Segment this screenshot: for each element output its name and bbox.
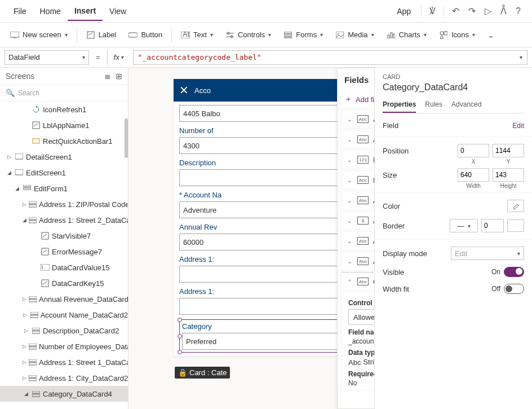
- icons-dropdown[interactable]: Icons▾: [433, 27, 481, 43]
- field-input[interactable]: Adventure: [179, 201, 348, 218]
- tree-list-icon[interactable]: ≣: [104, 72, 111, 81]
- label-button[interactable]: Label: [81, 27, 122, 43]
- formula-expand-icon[interactable]: ▾: [520, 54, 522, 60]
- tree-search[interactable]: 🔍 Search: [0, 85, 128, 102]
- selection-tag[interactable]: 🔒Card : Cate: [175, 367, 230, 379]
- tab-advanced[interactable]: Advanced: [451, 97, 481, 113]
- tab-rules[interactable]: Rules: [425, 97, 442, 113]
- tree-iconrefresh[interactable]: IconRefresh1: [0, 102, 128, 117]
- field-item-category[interactable]: ⌃AbcCategory⋯: [341, 272, 374, 291]
- menu-file[interactable]: File: [7, 2, 33, 20]
- color-label: Color: [383, 202, 400, 210]
- field-item-street1[interactable]: ⌄AbcAddress 1: Street 1: [341, 130, 374, 149]
- svg-rect-18: [393, 34, 395, 38]
- menu-view[interactable]: View: [103, 2, 133, 20]
- field-input[interactable]: 4300: [179, 137, 348, 154]
- refresh-icon: [32, 105, 41, 114]
- add-field-button[interactable]: ＋Add field⋯: [338, 91, 374, 108]
- forms-dropdown[interactable]: Forms▾: [278, 27, 329, 43]
- field-item-annrev[interactable]: ⌄$Annual Revenue: [341, 211, 374, 230]
- tree-rectquick[interactable]: RectQuickActionBar1: [0, 133, 128, 149]
- fieldname-value: _accountcategorycode_label: [348, 337, 374, 345]
- svg-rect-46: [29, 344, 37, 346]
- field-item-street2[interactable]: ⌄AbcAddress 1: Street 2: [341, 231, 374, 250]
- close-icon[interactable]: ✕: [179, 83, 189, 97]
- undo-icon[interactable]: ↶: [447, 6, 464, 16]
- field-item-zip[interactable]: ⌄AbcAddress 1: ZIP/Postal Code: [341, 252, 374, 271]
- tab-properties[interactable]: Properties: [383, 97, 416, 113]
- tree-dckey[interactable]: DataCardKey15: [0, 275, 128, 291]
- edit-field-link[interactable]: Edit: [512, 122, 524, 130]
- tree-grid-icon[interactable]: ⊞: [116, 72, 122, 81]
- tree-city[interactable]: ▷Address 1: City_DataCard2: [0, 370, 128, 386]
- datacard-icon: [29, 216, 37, 225]
- selected-datacard[interactable]: Category Preferred: [179, 319, 348, 353]
- tree-starvisible[interactable]: StarVisible7: [0, 228, 128, 244]
- controls-dropdown[interactable]: Controls▾: [220, 27, 277, 43]
- stethoscope-icon[interactable]: ℣: [425, 6, 440, 16]
- tree-street2[interactable]: ◢Address 1: Street 2_DataCar: [0, 212, 128, 228]
- field-input[interactable]: 60000: [179, 234, 348, 250]
- svg-rect-40: [29, 296, 37, 298]
- size-h-input[interactable]: [493, 168, 524, 182]
- canvas-phone[interactable]: ✕ Acco 4405 Balbo Number of4300 Descript…: [174, 79, 354, 356]
- tree-lblappname[interactable]: LblAppName1: [0, 117, 128, 133]
- size-w-input[interactable]: [458, 168, 489, 182]
- toolbar-overflow[interactable]: ⌄: [482, 27, 500, 43]
- tree-editform[interactable]: ◢EditForm1: [0, 181, 128, 196]
- new-screen-button[interactable]: New screen▾: [5, 27, 73, 43]
- tree-street1[interactable]: ▷Address 1: Street 1_DataCar: [0, 354, 128, 370]
- menu-insert[interactable]: Insert: [68, 2, 103, 21]
- field-input[interactable]: [179, 169, 348, 186]
- help-icon[interactable]: ?: [511, 6, 525, 16]
- svg-rect-0: [10, 32, 19, 37]
- tree-acctname[interactable]: ▷Account Name_DataCard2: [0, 307, 128, 323]
- tree-desc[interactable]: ▷Description_DataCard2: [0, 323, 128, 338]
- tree-detailscreen[interactable]: ▷DetailScreen1: [0, 149, 128, 165]
- border-style-dropdown[interactable]: —▾: [450, 219, 478, 232]
- text-dropdown[interactable]: Abc Text▾: [175, 27, 219, 43]
- menu-app[interactable]: App: [390, 2, 418, 20]
- control-type-dropdown[interactable]: Allowed Values⌄: [348, 309, 374, 325]
- plus-icon: ＋: [344, 94, 352, 104]
- tree-numemp[interactable]: ▷Number of Employees_Data: [0, 338, 128, 354]
- property-dropdown[interactable]: DataField▾: [5, 50, 89, 65]
- tree-zip[interactable]: ▷Address 1: ZIP/Postal Code_: [0, 196, 128, 212]
- redo-icon[interactable]: ↷: [464, 6, 480, 16]
- widthfit-toggle[interactable]: [504, 284, 524, 294]
- tree-scrollbar[interactable]: [125, 118, 128, 158]
- color-picker[interactable]: [507, 200, 524, 212]
- svg-rect-2: [87, 32, 94, 38]
- field-input[interactable]: [179, 266, 348, 283]
- border-width-input[interactable]: [481, 219, 504, 232]
- menu-home[interactable]: Home: [33, 2, 68, 20]
- svg-rect-26: [23, 185, 31, 187]
- visible-toggle[interactable]: [504, 267, 524, 277]
- share-icon[interactable]: ᐰ: [496, 6, 511, 16]
- field-item-city[interactable]: ⌄AbcAddress 1: City: [341, 109, 374, 129]
- tree-errormsg[interactable]: ErrorMessage7: [0, 244, 128, 260]
- displaymode-dropdown[interactable]: Edit▾: [451, 247, 524, 260]
- field-item-numemp[interactable]: ⌄123Number of Employees: [341, 150, 374, 169]
- media-dropdown[interactable]: Media▾: [330, 27, 379, 43]
- field-input-0[interactable]: 4405 Balbo: [179, 105, 348, 122]
- field-input[interactable]: Preferred: [182, 333, 345, 350]
- play-icon[interactable]: ▷: [480, 6, 496, 16]
- tree-editscreen[interactable]: ◢EditScreen1: [0, 165, 128, 181]
- field-item-desc[interactable]: ⌄AbcDescription: [341, 170, 374, 190]
- charts-dropdown[interactable]: Charts▾: [381, 27, 432, 43]
- tree-annualrev[interactable]: ▷Annual Revenue_DataCard2: [0, 291, 128, 307]
- tree-dcvalue[interactable]: DataCardValue15: [0, 260, 128, 275]
- field-input[interactable]: [179, 298, 348, 315]
- border-color-picker[interactable]: [507, 219, 524, 232]
- button-button[interactable]: Button: [123, 27, 168, 43]
- formula-input[interactable]: "_accountcategorycode_label" ▾: [133, 50, 527, 65]
- fx-button[interactable]: fx▾: [107, 50, 130, 65]
- svg-rect-52: [32, 391, 40, 393]
- tree-category[interactable]: ◢Category_DataCard4: [0, 386, 128, 402]
- position-x-input[interactable]: [458, 144, 489, 157]
- field-item-acctname[interactable]: ⌄AbcAccount Name: [341, 191, 374, 210]
- field-label: Address 1:: [179, 255, 348, 263]
- svg-point-19: [440, 32, 444, 35]
- position-y-input[interactable]: [493, 144, 524, 157]
